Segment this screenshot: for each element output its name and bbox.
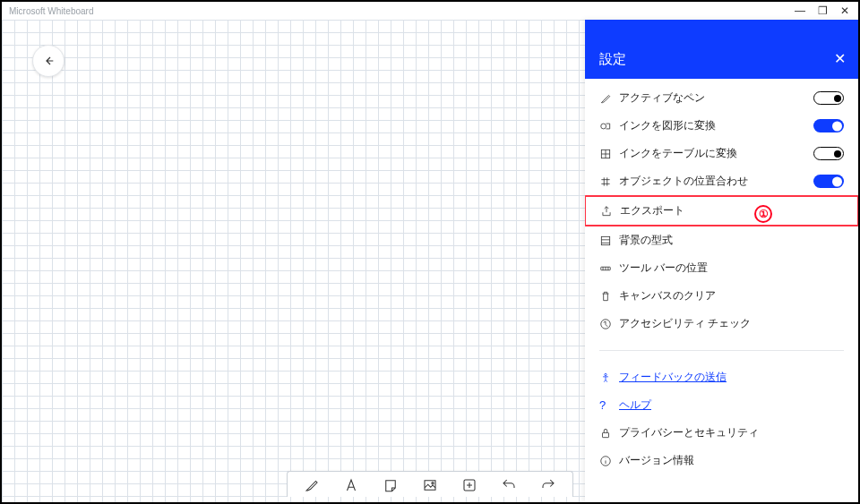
app-title: Microsoft Whiteboard	[4, 6, 93, 16]
setting-ink-to-table[interactable]: インクをテーブルに変換	[585, 140, 858, 167]
undo-tool[interactable]	[501, 477, 517, 493]
setting-privacy[interactable]: プライバシーとセキュリティ	[585, 419, 858, 447]
accessibility-icon	[599, 318, 619, 330]
setting-label: バージョン情報	[619, 453, 844, 468]
setting-accessibility-check[interactable]: アクセシビリティ チェック	[585, 310, 858, 337]
note-tool[interactable]	[383, 477, 399, 493]
svg-point-7	[605, 373, 606, 375]
minimize-button[interactable]: —	[795, 4, 805, 17]
setting-version[interactable]: バージョン情報	[585, 447, 858, 474]
text-icon	[343, 477, 359, 493]
setting-label: フィードバックの送信	[619, 370, 844, 385]
setting-object-align[interactable]: オブジェクトの位置合わせ	[585, 167, 858, 195]
help-icon: ?	[599, 398, 619, 412]
info-icon	[599, 455, 619, 467]
export-icon	[600, 205, 620, 218]
settings-title: 設定	[599, 51, 626, 68]
back-button[interactable]	[32, 45, 64, 77]
titlebar: Microsoft Whiteboard — ❐ ✕	[2, 2, 858, 20]
feedback-icon	[599, 372, 619, 384]
bottom-toolbar	[287, 471, 573, 497]
add-tool[interactable]	[461, 477, 477, 493]
close-window-button[interactable]: ✕	[840, 4, 849, 17]
setting-feedback[interactable]: フィードバックの送信	[585, 363, 858, 391]
svg-point-2	[601, 124, 606, 129]
setting-label: ツール バーの位置	[619, 261, 844, 276]
setting-label: インクを図形に変換	[619, 118, 813, 133]
settings-panel: 設定 ✕ アクティブなペン インクを図形に変換 インクをテーブルに変換 オブジェ…	[585, 20, 858, 502]
maximize-button[interactable]: ❐	[818, 4, 828, 17]
setting-label: アクセシビリティ チェック	[619, 316, 844, 331]
image-tool[interactable]	[422, 477, 438, 493]
toggle-active-pen[interactable]	[813, 91, 844, 105]
toolbar-pos-icon	[599, 262, 619, 275]
lock-icon	[599, 427, 619, 440]
image-icon	[422, 477, 438, 493]
background-icon	[599, 235, 619, 247]
setting-label: インクをテーブルに変換	[619, 146, 813, 161]
setting-label: アクティブなペン	[619, 90, 813, 106]
note-icon	[383, 477, 399, 493]
setting-label: プライバシーとセキュリティ	[619, 425, 844, 440]
setting-label: オブジェクトの位置合わせ	[619, 174, 813, 189]
toggle-object-align[interactable]	[813, 175, 844, 188]
setting-label: 背景の型式	[619, 233, 844, 248]
settings-list: アクティブなペン インクを図形に変換 インクをテーブルに変換 オブジェクトの位置…	[585, 79, 858, 502]
setting-export[interactable]: エクスポート	[585, 195, 858, 226]
toggle-ink-to-shape[interactable]	[813, 119, 844, 132]
setting-ink-to-shape[interactable]: インクを図形に変換	[585, 112, 858, 140]
pen-icon	[599, 92, 619, 105]
svg-rect-4	[601, 236, 609, 244]
settings-panel-header: 設定 ✕	[585, 20, 858, 79]
separator	[599, 350, 844, 351]
setting-clear-canvas[interactable]: キャンバスのクリア	[585, 282, 858, 310]
pen-icon	[304, 477, 320, 493]
setting-label: キャンバスのクリア	[619, 288, 844, 303]
toggle-ink-to-table[interactable]	[813, 147, 844, 160]
clear-icon	[599, 290, 619, 303]
shape-icon	[599, 120, 619, 132]
redo-icon	[540, 477, 556, 493]
redo-tool[interactable]	[540, 477, 556, 493]
setting-help[interactable]: ? ヘルプ	[585, 391, 858, 419]
arrow-left-icon	[41, 54, 56, 68]
svg-point-0	[432, 483, 434, 484]
plus-square-icon	[461, 477, 477, 493]
text-tool[interactable]	[343, 477, 359, 493]
snap-icon	[599, 175, 619, 188]
svg-rect-8	[603, 432, 609, 437]
setting-toolbar-position[interactable]: ツール バーの位置	[585, 254, 858, 282]
settings-close-button[interactable]: ✕	[834, 52, 846, 68]
setting-label: エクスポート	[620, 203, 843, 218]
window-controls: — ❐ ✕	[795, 4, 856, 17]
grid-icon	[599, 148, 619, 160]
setting-background-format[interactable]: 背景の型式	[585, 226, 858, 254]
setting-label: ヘルプ	[619, 397, 844, 413]
setting-active-pen[interactable]: アクティブなペン	[585, 84, 858, 112]
pen-tool[interactable]	[304, 477, 320, 493]
undo-icon	[501, 477, 517, 493]
